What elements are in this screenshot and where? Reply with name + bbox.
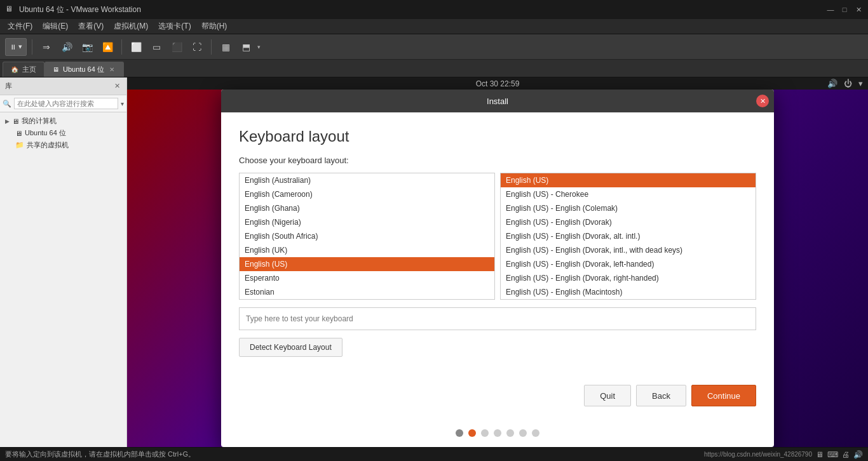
power-icon[interactable]: ⏻ bbox=[844, 79, 852, 88]
menu-tabs[interactable]: 选项卡(T) bbox=[153, 20, 196, 33]
language-list-item[interactable]: English (Nigeria) bbox=[240, 215, 494, 229]
sidebar-close-button[interactable]: ✕ bbox=[112, 82, 121, 91]
volume-icon[interactable]: 🔊 bbox=[827, 79, 837, 88]
toolbar-fit2-btn[interactable]: ▭ bbox=[147, 38, 165, 56]
language-list-item[interactable]: Estonian bbox=[240, 285, 494, 299]
language-list-item[interactable]: English (Ghana) bbox=[240, 201, 494, 215]
statusbar-icon-2[interactable]: ⌨ bbox=[827, 450, 838, 459]
toolbar-audio-btn[interactable]: 🔊 bbox=[58, 38, 76, 56]
step-dot-2 bbox=[481, 429, 489, 437]
language-list-item[interactable]: English (UK) bbox=[240, 243, 494, 257]
maximize-button[interactable]: □ bbox=[840, 5, 849, 14]
sidebar-item-my-computer[interactable]: ▶ 🖥 我的计算机 bbox=[0, 115, 126, 127]
ubuntu-label: Ubuntu 64 位 bbox=[25, 128, 66, 138]
dialog-close-button[interactable]: ✕ bbox=[756, 95, 769, 107]
statusbar-right: https://blog.csdn.net/weixin_42826790 🖥 … bbox=[704, 450, 863, 459]
step-dot-5 bbox=[519, 429, 527, 437]
dialog-heading: Keyboard layout bbox=[239, 128, 756, 145]
vm-topbar-icons: 🔊 ⏻ ▾ bbox=[827, 79, 863, 88]
menu-file[interactable]: 文件(F) bbox=[3, 20, 37, 33]
toolbar-snapshot-btn[interactable]: 📷 bbox=[78, 38, 96, 56]
keyboard-test-input[interactable] bbox=[239, 307, 756, 330]
variant-list-item[interactable]: English (US) - English (Dvorak) bbox=[501, 215, 756, 229]
sidebar-header: 库 ✕ bbox=[0, 77, 126, 95]
vm-datetime: Oct 30 22:59 bbox=[476, 79, 520, 88]
menu-help[interactable]: 帮助(H) bbox=[196, 20, 233, 33]
tabsbar: 🏠 主页 🖥 Ubuntu 64 位 ✕ bbox=[0, 60, 868, 77]
statusbar-icon-4[interactable]: 🔊 bbox=[853, 450, 863, 459]
menu-view[interactable]: 查看(V) bbox=[73, 20, 109, 33]
dialog-subtitle: Choose your keyboard layout: bbox=[239, 156, 756, 165]
variant-list-item[interactable]: English (US) - English (Dvorak, alt. int… bbox=[501, 229, 756, 243]
titlebar: 🖥 Ubuntu 64 位 - VMware Workstation — □ ✕ bbox=[0, 0, 868, 19]
minimize-button[interactable]: — bbox=[826, 5, 835, 14]
language-list-item[interactable]: Faroese bbox=[240, 299, 494, 300]
keyboard-language-list[interactable]: English (Australian)English (Cameroon)En… bbox=[239, 173, 495, 300]
statusbar-icon-1[interactable]: 🖥 bbox=[816, 450, 824, 459]
ubuntu-desktop[interactable]: Install ✕ Keyboard layout Choose your ke… bbox=[127, 90, 868, 447]
variant-list-item[interactable]: English (US) bbox=[501, 173, 756, 187]
power-icon: ⏸ bbox=[10, 43, 17, 51]
language-list-item[interactable]: English (US) bbox=[240, 257, 494, 271]
detect-keyboard-button[interactable]: Detect Keyboard Layout bbox=[239, 338, 342, 357]
toolbar-fullscreen-btn[interactable]: ⛶ bbox=[188, 38, 206, 56]
power-dropdown-icon: ▾ bbox=[18, 43, 22, 51]
sidebar: 库 ✕ 🔍 ▾ ▶ 🖥 我的计算机 🖥 Ubuntu 64 位 📁 共享的虚拟 bbox=[0, 77, 127, 447]
sidebar-title: 库 bbox=[5, 81, 12, 91]
variant-list-item[interactable]: English (US) - English (Colemak) bbox=[501, 201, 756, 215]
vm-icon: 🖥 bbox=[15, 130, 22, 137]
toolbar-send-btn[interactable]: ⇒ bbox=[37, 38, 55, 56]
language-list-item[interactable]: Esperanto bbox=[240, 271, 494, 285]
toolbar-sep-3 bbox=[211, 39, 212, 55]
toolbar-power-btn[interactable]: ⏸ ▾ bbox=[5, 38, 27, 56]
language-list-item[interactable]: English (Australian) bbox=[240, 173, 494, 187]
toolbar-fit-btn[interactable]: ⬜ bbox=[127, 38, 145, 56]
variant-list-item[interactable]: English (US) - English (Dvorak, right-ha… bbox=[501, 271, 756, 285]
statusbar-link: https://blog.csdn.net/weixin_42826790 bbox=[704, 451, 812, 458]
dialog-content: Keyboard layout Choose your keyboard lay… bbox=[221, 112, 774, 377]
titlebar-controls: — □ ✕ bbox=[826, 5, 863, 14]
continue-button[interactable]: Continue bbox=[691, 385, 756, 406]
variant-list-item[interactable]: English (US) - Cherokee bbox=[501, 187, 756, 201]
keyboard-variant-list[interactable]: English (US)English (US) - CherokeeEngli… bbox=[500, 173, 756, 300]
sidebar-item-ubuntu[interactable]: 🖥 Ubuntu 64 位 bbox=[10, 127, 126, 139]
toolbar: ⏸ ▾ ⇒ 🔊 📷 🔼 ⬜ ▭ ⬛ ⛶ ▦ ⬒ ▾ bbox=[0, 34, 868, 60]
variant-list-item[interactable]: English (US) - English (Macintosh) bbox=[501, 285, 756, 299]
tab-ubuntu-label: Ubuntu 64 位 bbox=[63, 65, 104, 74]
tab-home-label: 主页 bbox=[22, 65, 36, 74]
sidebar-item-shared[interactable]: 📁 共享的虚拟机 bbox=[10, 139, 126, 151]
tab-ubuntu-close[interactable]: ✕ bbox=[108, 66, 116, 74]
quit-button[interactable]: Quit bbox=[584, 385, 631, 406]
language-list-item[interactable]: English (Cameroon) bbox=[240, 187, 494, 201]
dialog-title: Install bbox=[487, 97, 508, 106]
settings-icon[interactable]: ▾ bbox=[858, 79, 863, 88]
variant-list-item[interactable]: English (US) - English (Dvorak, intl., w… bbox=[501, 243, 756, 257]
language-list-item[interactable]: English (South Africa) bbox=[240, 229, 494, 243]
menu-edit[interactable]: 编辑(E) bbox=[37, 20, 73, 33]
sidebar-search-dropdown[interactable]: ▾ bbox=[121, 100, 124, 107]
variant-list-item[interactable]: English (US) - English (Norman) bbox=[501, 299, 756, 300]
shared-label: 共享的虚拟机 bbox=[27, 140, 69, 150]
step-dot-6 bbox=[532, 429, 539, 437]
toolbar-dropdown-arrow: ▾ bbox=[257, 44, 261, 50]
home-icon: 🏠 bbox=[11, 66, 18, 73]
step-dot-0 bbox=[456, 429, 463, 437]
variant-list-item[interactable]: English (US) - English (Dvorak, left-han… bbox=[501, 257, 756, 271]
sidebar-search-input[interactable] bbox=[14, 98, 118, 109]
back-button[interactable]: Back bbox=[636, 385, 686, 406]
toolbar-snapshot2-btn[interactable]: 🔼 bbox=[98, 38, 116, 56]
toolbar-sep-2 bbox=[121, 39, 122, 55]
close-button[interactable]: ✕ bbox=[854, 5, 863, 14]
step-dot-4 bbox=[506, 429, 514, 437]
vm-topbar: Oct 30 22:59 🔊 ⏻ ▾ bbox=[127, 77, 868, 90]
toolbar-sep-1 bbox=[32, 39, 32, 55]
toolbar-view2-btn[interactable]: ⬒ bbox=[237, 38, 255, 56]
tab-home[interactable]: 🏠 主页 bbox=[3, 62, 44, 77]
vm-area[interactable]: Oct 30 22:59 🔊 ⏻ ▾ Install ✕ Keyboard la… bbox=[127, 77, 868, 447]
toolbar-stretch-btn[interactable]: ⬛ bbox=[168, 38, 186, 56]
statusbar-icon-3[interactable]: 🖨 bbox=[842, 450, 850, 459]
tab-ubuntu[interactable]: 🖥 Ubuntu 64 位 ✕ bbox=[44, 62, 124, 77]
menu-vm[interactable]: 虚拟机(M) bbox=[109, 20, 153, 33]
toolbar-view-btn[interactable]: ▦ bbox=[217, 38, 234, 56]
app-icon: 🖥 bbox=[5, 4, 15, 15]
